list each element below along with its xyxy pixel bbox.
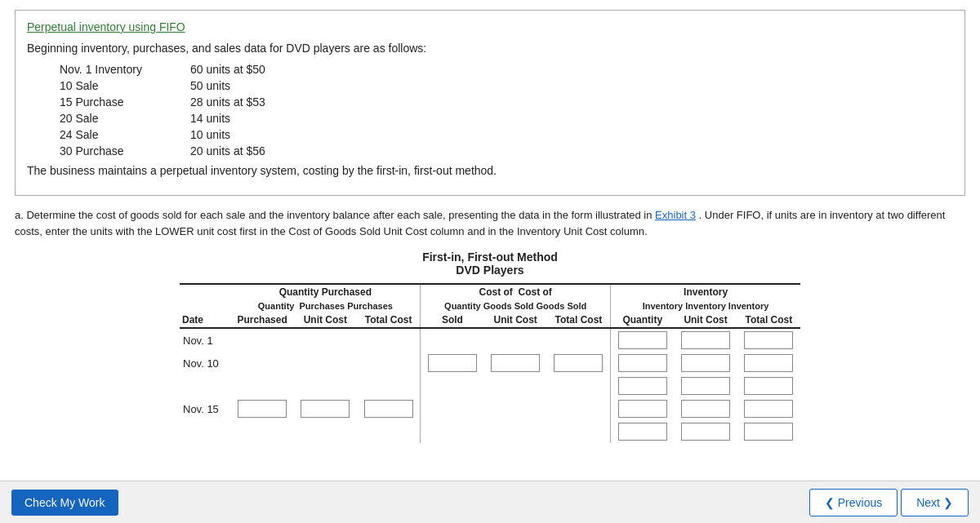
chevron-left-icon: ❮ <box>825 496 835 509</box>
row-date-nov10b <box>180 375 230 397</box>
inv-row-value-3: 28 units at $53 <box>190 95 265 109</box>
business-text: The business maintains a perpetual inven… <box>27 164 953 177</box>
inv-row-value-6: 20 units at $56 <box>190 144 265 157</box>
col-qty-purchased: Purchased <box>230 312 293 328</box>
inv-row-label-2: 10 Sale <box>60 79 190 92</box>
row-nov10-inv-unit[interactable] <box>674 352 737 375</box>
inv-row-label-6: 30 Purchase <box>60 144 190 157</box>
table-title: First-in, First-out Method <box>422 250 558 264</box>
row-nov1-inv-unit[interactable] <box>674 328 737 352</box>
inv-row-label-1: Nov. 1 Inventory <box>60 63 190 76</box>
table-row: Nov. 1 <box>180 328 800 352</box>
input-nov10-cogs-total[interactable] <box>554 354 603 372</box>
inv-row-value-2: 50 units <box>190 79 230 92</box>
input-nov10-inv-unit[interactable] <box>681 354 730 372</box>
input-nov10-cogs-unit[interactable] <box>491 354 540 372</box>
input-nov15b-inv-qty[interactable] <box>618 423 667 441</box>
row-nov10-inv-qty[interactable] <box>611 352 675 375</box>
input-nov15-qty-purch[interactable] <box>238 400 287 418</box>
input-nov15-inv-unit[interactable] <box>681 400 730 418</box>
inv-row-value-4: 14 units <box>190 112 230 125</box>
input-nov15b-inv-unit[interactable] <box>681 423 730 441</box>
input-nov10-inv-qty[interactable] <box>618 354 667 372</box>
input-nov10-qty-sold[interactable] <box>428 354 477 372</box>
inv-row-value-1: 60 units at $50 <box>190 63 265 76</box>
col-total-cost: Total Cost <box>357 312 421 328</box>
input-nov15-inv-total[interactable] <box>744 400 793 418</box>
input-nov15-unit-cost[interactable] <box>301 400 350 418</box>
fifo-table-section: First-in, First-out Method DVD Players D… <box>15 250 965 443</box>
inv-row-label-5: 24 Sale <box>60 128 190 141</box>
inv-row-label-3: 15 Purchase <box>60 95 190 109</box>
input-nov15-inv-qty[interactable] <box>618 400 667 418</box>
input-nov15-total-cost[interactable] <box>364 400 413 418</box>
input-nov10b-inv-total[interactable] <box>744 377 793 395</box>
exhibit-link[interactable]: Exhibit 3 <box>655 209 696 221</box>
row-nov1-inv-qty[interactable] <box>611 328 675 352</box>
col-purchases-group: Quantity Purchased <box>230 284 420 299</box>
row-date-nov1: Nov. 1 <box>180 328 230 352</box>
row-nov10b-inv-total[interactable] <box>737 375 800 397</box>
row-nov1-inv-total[interactable] <box>737 328 800 352</box>
row-nov15-total-cost[interactable] <box>357 397 421 420</box>
check-my-work-button[interactable]: Check My Work <box>11 490 118 516</box>
col-qty-sold: Sold <box>421 312 484 328</box>
row-nov10b-inv-unit[interactable] <box>674 375 737 397</box>
row-nov15-inv-unit[interactable] <box>674 397 737 420</box>
table-subtitle: DVD Players <box>456 264 523 277</box>
col-unit-cost: Unit Cost <box>294 312 357 328</box>
nav-buttons: ❮ Previous Next ❯ <box>809 489 969 516</box>
col-cogs-group: Cost of Cost of <box>421 284 611 299</box>
row-nov1-cogs-total <box>547 328 611 352</box>
input-nov1-inv-qty[interactable] <box>618 331 667 349</box>
previous-button[interactable]: ❮ Previous <box>809 489 898 516</box>
inv-row-label-4: 20 Sale <box>60 112 190 125</box>
row-nov15-unit-cost[interactable] <box>294 397 357 420</box>
table-row: Nov. 10 <box>180 352 800 375</box>
row-nov15b-inv-qty[interactable] <box>611 420 675 443</box>
row-nov10-qty-sold[interactable] <box>421 352 484 375</box>
col-inventory-group: Inventory <box>611 284 800 299</box>
row-date-nov15: Nov. 15 <box>180 397 230 420</box>
instruction-text: a. Determine the cost of goods sold for … <box>15 207 965 239</box>
row-nov10-inv-total[interactable] <box>737 352 800 375</box>
col-purchases-sub: Quantity Purchases Purchases <box>230 299 420 312</box>
input-nov10-inv-total[interactable] <box>744 354 793 372</box>
previous-label: Previous <box>838 496 882 509</box>
input-nov10b-inv-unit[interactable] <box>681 377 730 395</box>
input-nov15b-inv-total[interactable] <box>744 423 793 441</box>
row-nov15-inv-qty[interactable] <box>611 397 675 420</box>
col-cogs-total: Total Cost <box>547 312 611 328</box>
table-row: Nov. 15 <box>180 397 800 420</box>
row-nov10-qty-purch <box>230 352 293 375</box>
row-nov1-total-cost <box>357 328 421 352</box>
next-button[interactable]: Next ❯ <box>901 489 969 516</box>
input-nov1-inv-total[interactable] <box>744 331 793 349</box>
footer-bar: Check My Work ❮ Previous Next ❯ <box>0 481 980 523</box>
inv-row-value-5: 10 units <box>190 128 230 141</box>
next-label: Next <box>916 496 940 509</box>
input-nov1-inv-unit[interactable] <box>681 331 730 349</box>
row-nov15-inv-total[interactable] <box>737 397 800 420</box>
chevron-right-icon: ❯ <box>943 496 953 509</box>
inventory-data: Nov. 1 Inventory 60 units at $50 10 Sale… <box>60 63 953 157</box>
col-inv-total: Total Cost <box>737 312 800 328</box>
row-nov1-cogs-unit <box>484 328 547 352</box>
col-date: Date <box>180 284 230 328</box>
row-nov10-cogs-unit[interactable] <box>484 352 547 375</box>
fifo-table: Date Quantity Purchased Cost of Cost of … <box>180 283 800 443</box>
table-row <box>180 375 800 397</box>
row-nov10-total-cost <box>357 352 421 375</box>
row-nov15b-inv-unit[interactable] <box>674 420 737 443</box>
row-date-nov10: Nov. 10 <box>180 352 230 375</box>
col-inv-qty: Quantity <box>611 312 675 328</box>
col-cogs-sub: Quantity Goods Sold Goods Sold <box>421 299 611 312</box>
row-nov15-qty-purch[interactable] <box>230 397 293 420</box>
row-nov1-unit-cost <box>294 328 357 352</box>
page-title: Perpetual inventory using FIFO <box>27 20 953 33</box>
col-cogs-unit: Unit Cost <box>484 312 547 328</box>
row-nov15b-inv-total[interactable] <box>737 420 800 443</box>
input-nov10b-inv-qty[interactable] <box>618 377 667 395</box>
row-nov10b-inv-qty[interactable] <box>611 375 675 397</box>
row-nov10-cogs-total[interactable] <box>547 352 611 375</box>
